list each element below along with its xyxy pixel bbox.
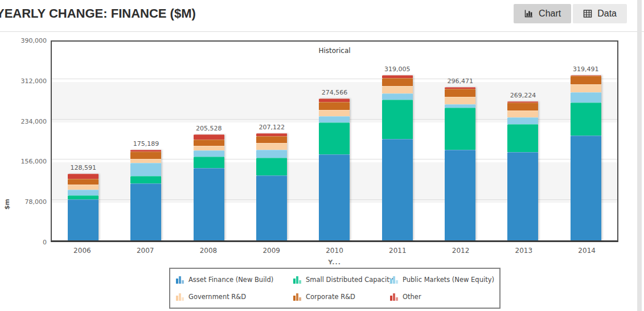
bar-chart-icon	[524, 9, 534, 18]
legend-label: Government R&D	[188, 293, 246, 301]
legend-item[interactable]: Asset Finance (New Build)	[176, 276, 293, 284]
bar-segment[interactable]	[319, 110, 350, 116]
bar-segment[interactable]	[194, 140, 224, 146]
bar-segment[interactable]	[445, 108, 475, 150]
legend-label: Asset Finance (New Build)	[188, 276, 273, 284]
bar-group-2007: 175,189	[114, 42, 177, 240]
bar-segment[interactable]	[130, 152, 161, 158]
data-view-button[interactable]: Data	[573, 4, 627, 23]
bar-segment[interactable]	[445, 89, 475, 97]
bar-segment[interactable]	[507, 111, 538, 117]
x-axis-labels: 200620072008200920102011201220132014	[51, 247, 618, 255]
bar-group-2013: 269,224	[491, 42, 554, 240]
bar-segment[interactable]	[256, 136, 287, 144]
stacked-bar	[130, 150, 161, 240]
y-tick-label: 78,000	[6, 198, 47, 206]
bar-segment[interactable]	[507, 103, 538, 110]
scrollbar-track[interactable]	[637, 0, 642, 311]
bar-segment[interactable]	[445, 97, 475, 104]
bar-segment[interactable]	[130, 159, 161, 163]
bar-total-label: 128,591	[70, 164, 96, 171]
legend-series-icon	[176, 276, 184, 284]
plot-area: Historical 128,591175,189205,528207,1222…	[51, 40, 618, 242]
legend-item[interactable]: Small Distributed Capacity	[293, 276, 390, 284]
bar-group-2010: 274,566	[303, 42, 366, 240]
bar-segment[interactable]	[130, 163, 161, 175]
bar-segment[interactable]	[194, 146, 224, 150]
bar-segment[interactable]	[382, 78, 413, 85]
bar-segment[interactable]	[68, 179, 99, 185]
bar-segment[interactable]	[571, 84, 601, 92]
bar-segment[interactable]	[68, 185, 99, 190]
bar-group-2011: 319,005	[366, 42, 429, 240]
stacked-bar	[194, 134, 224, 241]
x-tick-label: 2009	[240, 247, 303, 255]
bar-segment[interactable]	[68, 199, 99, 240]
bar-segment[interactable]	[68, 195, 99, 199]
bar-segment[interactable]	[507, 152, 538, 240]
legend: Asset Finance (New Build)Small Distribut…	[169, 268, 501, 309]
bar-segment[interactable]	[507, 117, 538, 124]
bar-segment[interactable]	[571, 92, 601, 102]
bar-segment[interactable]	[256, 175, 287, 240]
x-tick-label: 2011	[366, 247, 429, 255]
x-tick-label: 2007	[114, 247, 177, 255]
bar-group-2006: 128,591	[52, 42, 114, 240]
bar-total-label: 274,566	[322, 89, 348, 96]
legend-series-icon	[293, 293, 301, 301]
bar-segment[interactable]	[256, 143, 287, 150]
header: YEARLY CHANGE: FINANCE ($M) Chart	[0, 0, 644, 32]
bar-total-label: 269,224	[510, 92, 536, 99]
bar-segment[interactable]	[319, 154, 350, 240]
legend-item[interactable]: Government R&D	[176, 293, 293, 301]
bar-segment[interactable]	[382, 139, 413, 240]
bar-segment[interactable]	[130, 183, 161, 240]
bar-segment[interactable]	[571, 76, 601, 84]
table-icon	[583, 9, 592, 18]
legend-item[interactable]: Corporate R&D	[293, 293, 390, 301]
bar-segment[interactable]	[507, 124, 538, 153]
bar-group-2008: 205,528	[178, 42, 240, 240]
stacked-bar	[319, 99, 350, 240]
bar-segment[interactable]	[382, 93, 413, 100]
bar-segment[interactable]	[194, 168, 224, 240]
stacked-bar	[256, 133, 287, 240]
page-title: YEARLY CHANGE: FINANCE ($M)	[0, 6, 196, 21]
stacked-bar	[382, 75, 413, 240]
legend-series-icon	[390, 276, 398, 284]
legend-item[interactable]: Public Markets (New Equity)	[390, 276, 499, 284]
legend-series-icon	[390, 293, 398, 301]
legend-series-icon	[176, 293, 184, 301]
x-tick-label: 2013	[492, 247, 555, 255]
bar-segment[interactable]	[319, 122, 350, 154]
legend-item[interactable]: Other	[390, 293, 499, 301]
view-toggle: Chart Data	[514, 4, 627, 23]
bar-segment[interactable]	[194, 134, 224, 140]
bar-segment[interactable]	[382, 100, 413, 139]
stacked-bar	[571, 75, 601, 240]
data-view-label: Data	[597, 9, 617, 19]
y-tick-label: 390,000	[6, 37, 47, 44]
bar-segment[interactable]	[571, 103, 601, 136]
bar-segment[interactable]	[194, 157, 224, 168]
bar-segment[interactable]	[130, 176, 161, 183]
legend-label: Corporate R&D	[306, 293, 355, 301]
chart-view-label: Chart	[539, 9, 561, 19]
bar-segment[interactable]	[571, 136, 601, 240]
x-axis-title: Y...	[51, 259, 618, 266]
bar-segment[interactable]	[319, 116, 350, 123]
chart-view-button[interactable]: Chart	[514, 4, 571, 23]
x-tick-label: 2008	[177, 247, 240, 255]
bar-segment[interactable]	[382, 86, 413, 93]
bar-segment[interactable]	[256, 158, 287, 175]
bar-segment[interactable]	[68, 190, 99, 195]
bar-segment[interactable]	[68, 174, 99, 179]
x-tick-label: 2010	[303, 247, 366, 255]
legend-label: Other	[403, 293, 421, 301]
bar-group-2009: 207,122	[240, 42, 303, 240]
y-tick-label: 0	[6, 239, 47, 246]
bar-segment[interactable]	[445, 150, 475, 240]
bar-segment[interactable]	[194, 150, 224, 157]
bar-segment[interactable]	[256, 150, 287, 157]
bar-segment[interactable]	[319, 102, 350, 110]
